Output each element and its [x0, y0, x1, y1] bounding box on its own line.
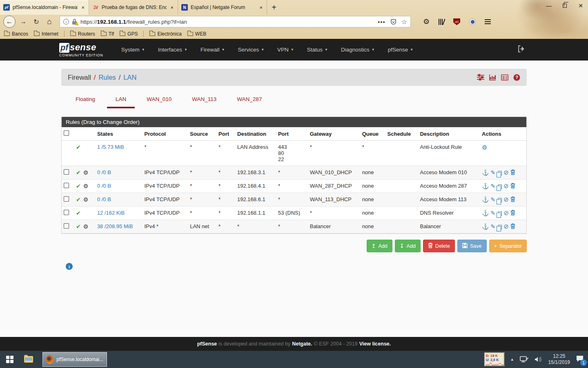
lock-warning-icon[interactable] — [72, 19, 78, 25]
network-icon[interactable] — [520, 356, 529, 363]
site-info-icon[interactable]: i — [63, 19, 69, 25]
ublock-icon[interactable]: uO — [453, 18, 460, 25]
nav-item-interfaces[interactable]: Interfaces▼ — [152, 43, 193, 57]
gear-icon[interactable]: ⚙ — [482, 144, 487, 151]
info-icon[interactable]: i — [66, 263, 73, 270]
table-row[interactable]: ✔1 /5.73 MiB***LAN Address4438022**Anti-… — [62, 141, 526, 166]
select-all-checkbox[interactable] — [64, 130, 69, 136]
back-button[interactable]: ← — [3, 16, 16, 28]
close-icon[interactable]: ✕ — [577, 2, 584, 9]
page-actions-icon[interactable]: ••• — [378, 18, 385, 25]
separator-button[interactable]: +Separator — [489, 240, 527, 252]
bookmark-item[interactable]: Bancos — [4, 31, 28, 37]
trash-icon[interactable] — [510, 183, 515, 189]
chart-icon[interactable] — [489, 74, 496, 81]
copy-icon[interactable] — [498, 198, 502, 202]
start-button[interactable] — [0, 351, 20, 368]
tab-wan_287[interactable]: WAN_287 — [228, 92, 270, 108]
bookmark-item[interactable]: Routers — [70, 31, 95, 37]
pencil-icon[interactable]: ✎ — [491, 224, 496, 229]
copy-icon[interactable] — [498, 171, 502, 175]
states-link[interactable]: 38 /208.95 MiB — [97, 223, 133, 229]
url-text[interactable]: https://192.168.1.1/firewall_rules.php?i… — [80, 19, 375, 25]
nav-item-vpn[interactable]: VPN▼ — [272, 43, 300, 57]
tab-floating[interactable]: Floating — [67, 92, 104, 108]
row-checkbox[interactable] — [64, 196, 69, 202]
tab-lan[interactable]: LAN — [107, 92, 135, 108]
help-icon[interactable]: ? — [513, 74, 520, 81]
row-checkbox[interactable] — [64, 223, 69, 229]
ban-icon[interactable]: ⊘ — [503, 170, 509, 175]
row-checkbox[interactable] — [64, 210, 69, 215]
bookmark-item[interactable]: Electrónica — [149, 31, 181, 37]
tab-wan_113[interactable]: WAN_113 — [183, 92, 225, 108]
anchor-icon[interactable]: ⚓ — [482, 210, 489, 216]
bookmark-item[interactable]: GPS — [120, 31, 138, 37]
pencil-icon[interactable]: ✎ — [491, 210, 496, 216]
trash-icon[interactable] — [510, 169, 515, 176]
menu-icon[interactable] — [485, 19, 491, 24]
add-button[interactable]: ↧Add — [395, 240, 421, 252]
browser-tab[interactable]: NEspañol | Netgate Forum× — [178, 0, 267, 15]
bookmark-item[interactable]: Tlf — [101, 31, 114, 37]
pencil-icon[interactable]: ✎ — [491, 197, 496, 202]
trash-icon[interactable] — [510, 196, 515, 203]
restore-icon[interactable] — [563, 4, 567, 8]
reload-button[interactable]: ↻ — [31, 16, 42, 27]
nav-item-services[interactable]: Services▼ — [232, 43, 270, 57]
network-meter-widget[interactable]: D: 19 K U: 2,0 K — [484, 352, 505, 366]
filter-sliders-icon[interactable] — [477, 74, 484, 81]
table-row[interactable]: ✔⚙0 /0 BIPv4 TCP/UDP**192.168.6.1*WAN_11… — [62, 193, 526, 206]
table-row[interactable]: ✔12 /162 KiBIPv4 TCP/UDP**192.168.1.153 … — [62, 206, 526, 220]
anchor-icon[interactable]: ⚓ — [482, 224, 489, 229]
tab-close-icon[interactable]: × — [258, 4, 263, 11]
row-checkbox[interactable] — [64, 183, 69, 188]
file-explorer-button[interactable] — [20, 351, 38, 368]
minimize-icon[interactable]: — — [546, 2, 552, 9]
row-checkbox[interactable] — [64, 169, 69, 175]
log-list-icon[interactable] — [501, 74, 508, 81]
notification-button[interactable]: 1 — [576, 355, 584, 364]
nav-item-diagnostics[interactable]: Diagnostics▼ — [335, 43, 381, 57]
nav-item-system[interactable]: System▼ — [116, 43, 151, 57]
tab-close-icon[interactable]: × — [80, 4, 85, 11]
save-button[interactable]: Save — [457, 240, 487, 252]
firefox-task-button[interactable]: pfSense.localdomai... — [42, 352, 107, 367]
breadcrumb-page-link[interactable]: LAN — [123, 74, 136, 81]
trash-icon[interactable] — [510, 210, 515, 216]
speaker-icon[interactable] — [535, 356, 543, 363]
home-button[interactable]: ⌂ — [44, 16, 55, 27]
states-link[interactable]: 1 /5.73 MiB — [97, 144, 124, 150]
pfsense-logo[interactable]: pf sense COMMUNITY EDITION — [59, 42, 103, 57]
states-link[interactable]: 12 /162 KiB — [97, 210, 125, 216]
breadcrumb-section-link[interactable]: Rules — [98, 74, 116, 81]
footer-license-link[interactable]: View license. — [359, 341, 391, 347]
table-row[interactable]: ✔⚙0 /0 BIPv4 TCP/UDP**192.168.3.1*WAN_01… — [62, 166, 526, 180]
bookmark-item[interactable]: WEB — [187, 31, 206, 37]
bookmark-star-icon[interactable]: ☆ — [401, 18, 407, 26]
gear-extension-icon[interactable]: ⚙ — [423, 17, 430, 26]
tab-wan_010[interactable]: WAN_010 — [138, 92, 180, 108]
states-link[interactable]: 0 /0 B — [97, 196, 111, 202]
footer-netgate-link[interactable]: Netgate. — [292, 341, 312, 347]
anchor-icon[interactable]: ⚓ — [482, 183, 489, 189]
ban-icon[interactable]: ⊘ — [503, 183, 509, 189]
logout-icon[interactable] — [518, 45, 525, 52]
table-row[interactable]: ✔⚙0 /0 BIPv4 TCP/UDP**192.168.4.1*WAN_28… — [62, 180, 526, 193]
bookmark-item[interactable]: Internet — [34, 31, 58, 37]
tray-expand-icon[interactable]: ▲ — [510, 357, 514, 361]
anchor-icon[interactable]: ⚓ — [482, 170, 489, 175]
clock[interactable]: 12:25 15/1/2019 — [548, 353, 570, 366]
states-link[interactable]: 0 /0 B — [97, 169, 111, 175]
ban-icon[interactable]: ⊘ — [503, 197, 509, 202]
account-icon[interactable] — [469, 18, 476, 25]
pencil-icon[interactable]: ✎ — [491, 170, 496, 175]
delete-button[interactable]: Delete — [423, 240, 455, 252]
add-button[interactable]: ↥Add — [367, 240, 392, 252]
forward-button[interactable]: → — [18, 16, 29, 27]
states-link[interactable]: 0 /0 B — [97, 183, 111, 189]
copy-icon[interactable] — [498, 211, 502, 216]
copy-icon[interactable] — [498, 225, 502, 229]
nav-item-firewall[interactable]: Firewall▼ — [195, 43, 230, 57]
pencil-icon[interactable]: ✎ — [491, 183, 496, 189]
